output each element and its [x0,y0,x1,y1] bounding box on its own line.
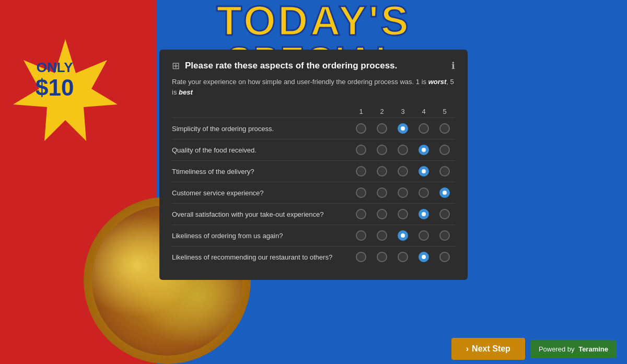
radio-cell-row2-col5[interactable] [434,161,455,182]
radio-btn-row5-col3[interactable] [398,230,408,241]
modal-description: Rate your experience on how simple and u… [172,77,455,97]
powered-by-prefix: Powered by [539,345,575,353]
radio-btn-row1-col5[interactable] [439,145,450,155]
radio-btn-row1-col3[interactable] [398,145,408,155]
radio-btn-row3-col5[interactable] [439,187,450,198]
radio-cell-row5-col5[interactable] [434,225,455,246]
radio-btn-row4-col4[interactable] [419,209,429,219]
radio-btn-row6-col2[interactable] [377,252,387,262]
col-3-header: 3 [392,105,413,118]
radio-cell-row3-col4[interactable] [413,182,434,204]
radio-cell-row5-col1[interactable] [351,225,371,246]
radio-cell-row6-col2[interactable] [371,246,392,268]
radio-cell-row3-col1[interactable] [351,182,371,204]
table-row: Overall satisfaction with your take-out … [172,204,455,225]
radio-btn-row4-col1[interactable] [356,209,366,219]
col-1-header: 1 [351,105,371,118]
radio-cell-row4-col4[interactable] [413,204,434,225]
radio-cell-row5-col2[interactable] [371,225,392,246]
row-label: Likeliness of recommending our restauran… [172,246,351,268]
radio-cell-row3-col3[interactable] [392,182,413,204]
price-label: $10 [36,75,74,100]
row-label: Likeliness of ordering from us again? [172,225,351,246]
radio-btn-row1-col1[interactable] [356,145,366,155]
radio-btn-row1-col4[interactable] [419,145,429,155]
radio-cell-row2-col2[interactable] [371,161,392,182]
radio-cell-row1-col3[interactable] [392,139,413,161]
radio-btn-row0-col5[interactable] [439,123,450,134]
radio-cell-row0-col2[interactable] [371,118,392,139]
radio-btn-row3-col3[interactable] [398,187,408,198]
radio-cell-row4-col5[interactable] [434,204,455,225]
row-label: Customer service experience? [172,182,351,204]
radio-btn-row0-col2[interactable] [377,123,387,134]
radio-btn-row3-col1[interactable] [356,187,366,198]
radio-cell-row1-col5[interactable] [434,139,455,161]
radio-btn-row4-col2[interactable] [377,209,387,219]
radio-cell-row2-col4[interactable] [413,161,434,182]
radio-cell-row1-col4[interactable] [413,139,434,161]
row-label: Quality of the food received. [172,139,351,161]
radio-cell-row1-col2[interactable] [371,139,392,161]
description-start: Rate your experience on how simple and u… [172,78,428,86]
radio-btn-row2-col2[interactable] [377,166,387,177]
table-header-row: 1 2 3 4 5 [172,105,455,118]
radio-cell-row0-col4[interactable] [413,118,434,139]
powered-by-badge: Powered by Teramine [530,340,617,358]
radio-btn-row4-col5[interactable] [439,209,450,219]
rating-table: 1 2 3 4 5 Simplicity of the ordering pro… [172,105,455,267]
radio-cell-row6-col3[interactable] [392,246,413,268]
survey-modal: ⊞ Please rate these aspects of the order… [159,50,468,280]
radio-cell-row6-col5[interactable] [434,246,455,268]
row-label: Ttimeliness of the delivery? [172,161,351,182]
table-row: Quality of the food received. [172,139,455,161]
radio-cell-row5-col3[interactable] [392,225,413,246]
radio-btn-row2-col1[interactable] [356,166,366,177]
only-label: ONLY [36,60,74,75]
radio-cell-row0-col1[interactable] [351,118,371,139]
col-5-header: 5 [434,105,455,118]
next-step-button[interactable]: › Next Step [451,338,525,360]
radio-cell-row2-col1[interactable] [351,161,371,182]
radio-btn-row0-col1[interactable] [356,123,366,134]
radio-cell-row2-col3[interactable] [392,161,413,182]
radio-btn-row6-col1[interactable] [356,252,366,262]
radio-cell-row0-col3[interactable] [392,118,413,139]
radio-cell-row6-col4[interactable] [413,246,434,268]
radio-btn-row2-col5[interactable] [439,166,450,177]
modal-title-row: ⊞ Please rate these aspects of the order… [172,60,397,72]
radio-btn-row3-col4[interactable] [419,187,429,198]
radio-cell-row5-col4[interactable] [413,225,434,246]
radio-btn-row3-col2[interactable] [377,187,387,198]
radio-btn-row5-col5[interactable] [439,230,450,241]
radio-cell-row1-col1[interactable] [351,139,371,161]
bottom-bar: › Next Step Powered by Teramine [0,334,627,364]
radio-btn-row2-col4[interactable] [419,166,429,177]
radio-btn-row2-col3[interactable] [398,166,408,177]
powered-by-brand: Teramine [578,345,608,353]
radio-btn-row5-col1[interactable] [356,230,366,241]
radio-cell-row4-col1[interactable] [351,204,371,225]
radio-btn-row6-col3[interactable] [398,252,408,262]
radio-cell-row6-col1[interactable] [351,246,371,268]
radio-btn-row1-col2[interactable] [377,145,387,155]
banner-line1: TODAY'S [216,0,411,44]
next-step-label: Next Step [472,344,510,354]
radio-cell-row3-col2[interactable] [371,182,392,204]
radio-btn-row6-col4[interactable] [419,252,429,262]
radio-cell-row4-col3[interactable] [392,204,413,225]
radio-cell-row4-col2[interactable] [371,204,392,225]
best-label: best [179,88,193,96]
radio-btn-row6-col5[interactable] [439,252,450,262]
info-icon[interactable]: ℹ [451,60,455,72]
modal-header: ⊞ Please rate these aspects of the order… [172,60,455,72]
radio-btn-row0-col3[interactable] [398,123,408,134]
radio-btn-row5-col2[interactable] [377,230,387,241]
col-4-header: 4 [413,105,434,118]
radio-btn-row5-col4[interactable] [419,230,429,241]
radio-btn-row4-col3[interactable] [398,209,408,219]
radio-cell-row3-col5[interactable] [434,182,455,204]
price-badge: ONLY $10 [36,60,74,100]
radio-btn-row0-col4[interactable] [419,123,429,134]
radio-cell-row0-col5[interactable] [434,118,455,139]
